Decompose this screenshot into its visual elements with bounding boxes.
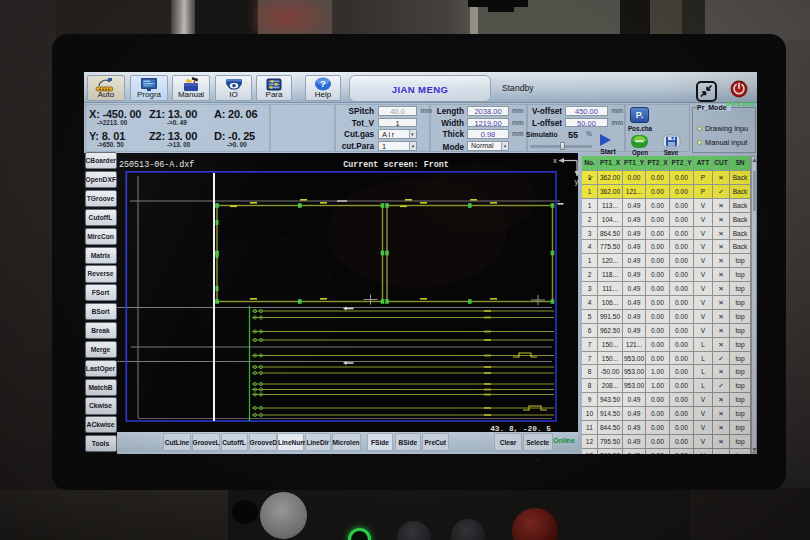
svg-text:x: x — [553, 158, 557, 165]
svg-text:250513-06-A.dxf: 250513-06-A.dxf — [119, 160, 194, 170]
svg-text:43. 8, -20. 5: 43. 8, -20. 5 — [490, 425, 551, 433]
svg-text:Current screen: Front: Current screen: Front — [343, 160, 449, 170]
svg-text:?: ? — [320, 78, 326, 89]
